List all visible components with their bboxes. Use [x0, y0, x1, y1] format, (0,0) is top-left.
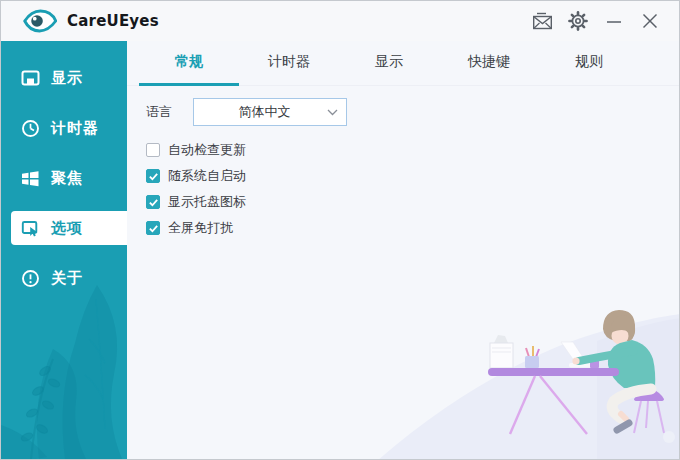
eye-logo-icon [23, 9, 57, 33]
sidebar-nav: 显示 计时器 [1, 41, 127, 303]
close-icon[interactable] [635, 7, 665, 35]
tab-rules[interactable]: 规则 [539, 41, 639, 86]
checkbox-row-auto-update: 自动检查更新 [146, 137, 679, 163]
checkbox-row-fullscreen-dnd: 全屏免打扰 [146, 215, 679, 241]
sidebar-item-focus[interactable]: 聚焦 [1, 153, 127, 203]
sidebar-item-label: 关于 [51, 269, 83, 288]
autostart-checkbox[interactable] [146, 169, 160, 183]
sidebar: 显示 计时器 [1, 41, 127, 459]
checkbox-label: 自动检查更新 [168, 141, 246, 159]
fullscreen-dnd-checkbox[interactable] [146, 221, 160, 235]
checkbox-label: 随系统自启动 [168, 167, 246, 185]
sidebar-item-timer[interactable]: 计时器 [1, 103, 127, 153]
focus-icon [21, 169, 40, 188]
mail-icon[interactable] [527, 7, 557, 35]
checkbox-label: 显示托盘图标 [168, 193, 246, 211]
tab-general[interactable]: 常规 [139, 41, 239, 86]
sidebar-item-label: 选项 [51, 219, 83, 238]
minimize-icon[interactable] [599, 7, 629, 35]
tab-hotkeys[interactable]: 快捷键 [439, 41, 539, 86]
general-settings-form: 语言 简体中文 自动检查更新 [127, 86, 679, 241]
about-icon [21, 269, 40, 288]
checkbox-row-autostart: 随系统自启动 [146, 163, 679, 189]
language-label: 语言 [146, 103, 193, 121]
language-row: 语言 简体中文 [146, 98, 679, 126]
tab-timer[interactable]: 计时器 [239, 41, 339, 86]
leaf-decoration [1, 279, 127, 459]
tray-icon-checkbox[interactable] [146, 195, 160, 209]
chevron-down-icon [327, 109, 338, 116]
sidebar-item-label: 计时器 [51, 119, 99, 138]
language-value: 简体中文 [202, 103, 327, 121]
app-title: CareUEyes [67, 12, 159, 30]
sidebar-item-about[interactable]: 关于 [1, 253, 127, 303]
main-panel: 常规 计时器 显示 快捷键 规则 语言 简体中文 [127, 41, 679, 459]
careueyes-window: CareUEyes [0, 0, 680, 460]
display-icon [21, 69, 40, 88]
language-select[interactable]: 简体中文 [193, 98, 347, 126]
window-body: 显示 计时器 [1, 41, 679, 459]
tab-display[interactable]: 显示 [339, 41, 439, 86]
sidebar-item-display[interactable]: 显示 [1, 53, 127, 103]
sidebar-item-label: 聚焦 [51, 169, 83, 188]
gear-icon[interactable] [563, 7, 593, 35]
checkbox-row-tray-icon: 显示托盘图标 [146, 189, 679, 215]
timer-icon [21, 119, 40, 138]
sidebar-item-options[interactable]: 选项 [1, 203, 127, 253]
auto-update-checkbox[interactable] [146, 143, 160, 157]
settings-tabs: 常规 计时器 显示 快捷键 规则 [127, 41, 679, 86]
checkbox-label: 全屏免打扰 [168, 219, 233, 237]
titlebar: CareUEyes [1, 1, 679, 41]
options-icon [21, 219, 40, 238]
sidebar-item-label: 显示 [51, 69, 83, 88]
